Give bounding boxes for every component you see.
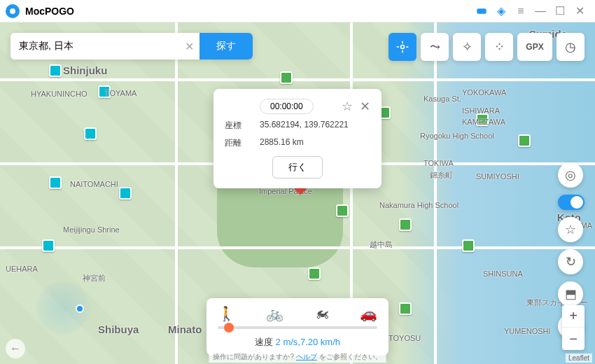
pokeball-icon[interactable]: ◎ [558, 162, 583, 188]
two-spot-mode-button[interactable]: ⤳ [421, 33, 449, 61]
map-label: NAITOMACHI [70, 180, 118, 188]
app-title: MocPOGO [25, 6, 472, 17]
help-link[interactable]: ヘルプ [296, 353, 317, 360]
map-label: Meijijingu Shrine [63, 225, 120, 234]
map-label: Minato [168, 323, 202, 335]
map-label: ISHIWARA [462, 106, 500, 115]
minimize-button[interactable]: — [531, 1, 550, 21]
close-popup-icon[interactable]: ✕ [360, 99, 370, 114]
map-label: Shibuya [98, 323, 139, 335]
vr-icon[interactable] [472, 1, 491, 21]
clear-search-icon[interactable]: ✕ [178, 33, 200, 59]
coord-label: 座標 [225, 120, 260, 132]
current-location-indicator [35, 280, 91, 336]
favorite-icon[interactable]: ☆ [342, 99, 353, 114]
maximize-button[interactable]: ☐ [550, 1, 570, 21]
map-label: TOKIWA [424, 159, 454, 167]
gpx-button[interactable]: GPX [517, 33, 552, 61]
map-label: SUMIYOSHI [476, 172, 519, 181]
history-button[interactable]: ◷ [556, 33, 584, 61]
station-icon [84, 127, 97, 140]
station-icon [49, 64, 62, 77]
menu-icon[interactable]: ≡ [511, 1, 531, 21]
station-icon [49, 176, 62, 189]
zoom-in-button[interactable]: + [562, 305, 584, 328]
map-label: Kasuga St. [424, 94, 461, 103]
map-canvas[interactable]: Shinjuku Shibuya Minato Sumida Koto Impe… [0, 22, 595, 364]
location-info-popup: 00:00:00 ☆ ✕ 座標 35.682194, 139.762221 距離… [214, 89, 382, 188]
map-label: YUMENOSHI [504, 327, 551, 335]
zoom-out-button[interactable]: − [562, 328, 584, 350]
multi-spot-mode-button[interactable]: ✧ [453, 33, 481, 61]
app-logo-icon [6, 4, 20, 18]
speed-slider[interactable] [218, 326, 377, 329]
close-button[interactable]: ✕ [570, 1, 589, 21]
teleport-mode-button[interactable] [388, 33, 416, 61]
map-label: SHINSUNA [483, 270, 523, 278]
speed-panel: 🚶 🚲 🏍 🚗 速度 2 m/s,7.20 km/h [206, 298, 388, 356]
map-label: 錦糸町 [430, 170, 453, 181]
zoom-control: + − [562, 305, 584, 350]
timer-display: 00:00:00 [260, 99, 314, 114]
layers-icon[interactable]: ⬒ [558, 281, 583, 307]
search-button[interactable]: 探す [200, 33, 253, 59]
joystick-mode-button[interactable]: ⁘ [485, 33, 513, 61]
station-icon [119, 187, 132, 200]
station-icon [280, 71, 293, 84]
station-icon [462, 239, 475, 252]
station-icon [518, 134, 531, 147]
map-label: Shinjuku [63, 64, 107, 76]
map-label: KAMEZAWA [462, 118, 505, 126]
map-label: HYAKUNINCHO [31, 90, 87, 98]
dist-label: 距離 [225, 137, 260, 149]
svg-rect-0 [477, 8, 486, 14]
slider-thumb[interactable] [224, 323, 234, 332]
mode-toolbar: ⤳ ✧ ⁘ GPX ◷ [388, 33, 584, 61]
map-label: 越中島 [370, 239, 393, 250]
refresh-icon[interactable]: ↻ [558, 249, 583, 274]
station-icon [42, 239, 55, 252]
map-attribution: Leaflet [566, 354, 592, 363]
go-button[interactable]: 行く [272, 156, 323, 178]
station-icon [399, 302, 412, 315]
coord-value: 35.682194, 139.762221 [260, 120, 349, 132]
speed-readout: 速度 2 m/s,7.20 km/h [218, 336, 377, 349]
footer-help: 操作に問題がありますか? ヘルプ をご参照ください。 [209, 351, 386, 363]
search-input[interactable] [10, 33, 178, 59]
svg-point-1 [401, 46, 405, 49]
map-label: UEHARA [6, 265, 38, 273]
motorcycle-icon[interactable]: 🏍 [315, 305, 329, 322]
station-icon [399, 218, 412, 231]
map-label: YOKOKAWA [462, 88, 506, 97]
map-label: Ryogoku High School [420, 132, 494, 140]
station-icon [308, 267, 321, 280]
dist-value: 2885.16 km [260, 137, 304, 149]
car-icon[interactable]: 🚗 [360, 305, 377, 322]
wifi-icon[interactable]: ◈ [491, 1, 511, 21]
cooldown-toggle[interactable] [558, 195, 584, 210]
walk-icon[interactable]: 🚶 [218, 305, 235, 322]
search-box: ✕ 探す [10, 33, 253, 59]
map-label: TOYAMA [105, 89, 136, 97]
titlebar: MocPOGO ◈ ≡ — ☐ ✕ [0, 0, 595, 22]
back-button[interactable]: ← [6, 339, 25, 358]
station-icon [336, 204, 349, 217]
map-label: Nakamura High School [379, 201, 458, 209]
favorites-icon[interactable]: ☆ [558, 217, 583, 242]
map-label: TOYOSU [388, 334, 421, 342]
bike-icon[interactable]: 🚲 [266, 305, 284, 322]
